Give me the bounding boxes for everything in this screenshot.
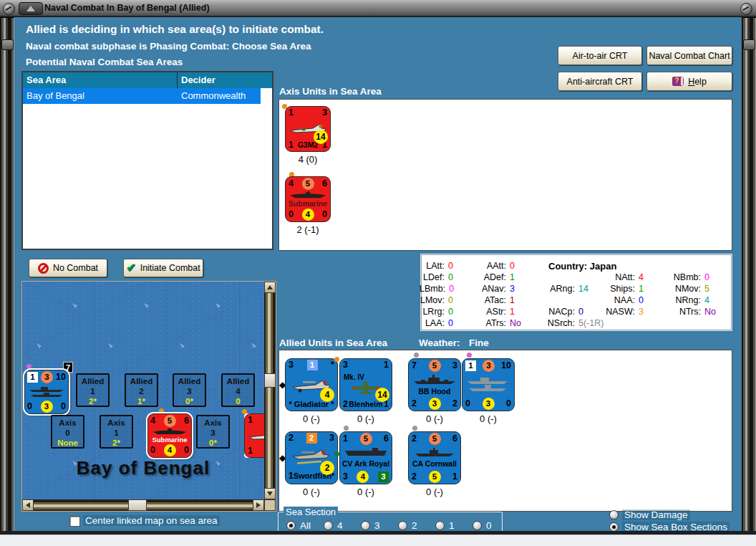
green-dot-marker bbox=[334, 451, 339, 456]
axis-units-heading: Axis Units in Sea Area bbox=[279, 86, 382, 97]
button-label: Air-to-air CRT bbox=[573, 51, 628, 61]
stat-atac: ATac:1 bbox=[475, 295, 547, 306]
sea-section-radio-1-label[interactable]: 1 bbox=[447, 520, 457, 531]
taskbar[interactable] bbox=[0, 535, 756, 546]
scrollbar-corner bbox=[264, 499, 276, 511]
naval-combat-chart-button[interactable]: Naval Combat Chart bbox=[646, 46, 732, 65]
unit-count-label: 0 (-) bbox=[339, 487, 392, 497]
unit-counter-swordfish[interactable]: 223 2 1Swordfish* bbox=[285, 431, 338, 484]
sea-section-radio-3-label[interactable]: 3 bbox=[372, 520, 382, 531]
map-vertical-scrollbar[interactable] bbox=[264, 282, 276, 499]
unit-counter-ca-cornwall[interactable]: 256 CA Cornwall 251 bbox=[408, 431, 461, 484]
stat-nbmb: NBmb:0 bbox=[664, 272, 742, 283]
sea-section-radio-4-label[interactable]: 4 bbox=[335, 520, 345, 531]
cruiser-art bbox=[412, 448, 457, 458]
no-combat-icon bbox=[38, 263, 49, 274]
initiate-combat-button[interactable]: ✔ Initiate Combat bbox=[123, 259, 203, 277]
sea-section-box-axis-3[interactable]: Axis30* bbox=[196, 415, 230, 449]
scroll-up-button[interactable] bbox=[264, 282, 276, 293]
center-map-checkbox[interactable] bbox=[69, 516, 80, 527]
grey-dot-marker bbox=[412, 426, 417, 431]
scroll-right-button[interactable] bbox=[253, 499, 264, 511]
sea-area-name: Bay of Bengal bbox=[22, 457, 264, 479]
frame-knob bbox=[1, 39, 14, 50]
orange-dot-marker bbox=[159, 408, 164, 413]
map-horizontal-scrollbar[interactable] bbox=[22, 499, 264, 511]
unit-count-label: 2 (-1) bbox=[279, 224, 336, 235]
screw-icon bbox=[740, 3, 752, 15]
vscroll-thumb[interactable] bbox=[264, 373, 276, 388]
show-damage-label[interactable]: Show Damage bbox=[622, 509, 690, 520]
window-left-frame bbox=[0, 17, 14, 535]
sea-section-box-allied-1[interactable]: Allied12* bbox=[76, 373, 110, 407]
country-label: Country: Japan bbox=[548, 261, 616, 272]
fleet-art bbox=[28, 385, 65, 398]
sea-section-radio-0-label[interactable]: 0 bbox=[484, 520, 494, 531]
title-bar[interactable]: Naval Combat In Bay of Bengal (Allied) bbox=[0, 0, 756, 17]
table-header-row: Sea Area Decider bbox=[23, 72, 272, 88]
sea-section-radio-2-label[interactable]: 2 bbox=[410, 520, 420, 531]
col-header-sea-area: Sea Area bbox=[23, 72, 178, 88]
cell-sea-area: Bay of Bengal bbox=[23, 88, 178, 104]
sea-section-box-axis-1[interactable]: Axis12* bbox=[100, 415, 133, 449]
sea-section-radio-3[interactable] bbox=[361, 521, 370, 530]
stat-aatt: AAtt:0 bbox=[475, 261, 547, 272]
application-window: Naval Combat In Bay of Bengal (Allied) A… bbox=[0, 0, 756, 546]
unit-counter-submarine[interactable]: 456 Submarine 040 bbox=[285, 176, 331, 222]
no-combat-button[interactable]: No Combat bbox=[29, 259, 107, 277]
battleship-art bbox=[412, 374, 457, 385]
sea-section-radio-all-label[interactable]: All bbox=[298, 520, 313, 531]
transport-ships-art bbox=[466, 376, 510, 393]
sea-section-box-allied-3[interactable]: Allied30* bbox=[173, 373, 206, 407]
unit-count-label: 4 (0) bbox=[279, 154, 336, 165]
stat-nrng: NRng:4 bbox=[664, 295, 742, 306]
button-label: Naval Combat Chart bbox=[649, 51, 730, 61]
axis-units-panel bbox=[278, 99, 732, 251]
sea-section-radio-1[interactable] bbox=[435, 521, 445, 530]
unit-count-label: 0 (-) bbox=[285, 413, 338, 424]
center-map-checkbox-label[interactable]: Center linked map on sea area bbox=[83, 515, 220, 526]
scroll-left-button[interactable] bbox=[22, 499, 34, 511]
unit-counter-g3m2[interactable]: 13 14 1G3M21 bbox=[285, 106, 331, 152]
help-button[interactable]: Help bbox=[646, 72, 732, 91]
anti-aircraft-crt-button[interactable]: Anti-aircraft CRT bbox=[558, 72, 642, 91]
air-to-air-crt-button[interactable]: Air-to-air CRT bbox=[558, 46, 642, 65]
unit-counter-convoy[interactable]: 1310 030 bbox=[462, 358, 515, 411]
show-damage-radio[interactable] bbox=[609, 510, 619, 519]
unit-count-label: 0 (-) bbox=[339, 413, 392, 424]
unit-count-label: 0 (-) bbox=[462, 413, 515, 424]
range-badge: 14 bbox=[375, 388, 389, 402]
table-row-bay-of-bengal[interactable]: Bay of Bengal Commonwealth bbox=[23, 88, 261, 104]
unit-counter-gladiator[interactable]: 31* 4 * Gladiator * bbox=[285, 358, 338, 411]
map-submarine-counter[interactable]: 456 Submarine 040 bbox=[147, 413, 192, 458]
unit-counter-blenheim[interactable]: 31 Mk. IV 14 2Blenheim1 bbox=[339, 358, 392, 411]
sea-section-radio-2[interactable] bbox=[398, 521, 407, 530]
button-label: Initiate Combat bbox=[140, 263, 200, 273]
sea-section-radio-0[interactable] bbox=[472, 521, 482, 530]
window-menu-icon[interactable] bbox=[19, 2, 43, 15]
sea-section-legend: Sea Section bbox=[284, 507, 338, 517]
check-icon: ✔ bbox=[126, 264, 135, 272]
screw-icon bbox=[3, 3, 15, 15]
hscroll-thumb[interactable] bbox=[128, 499, 147, 511]
stat-nsrch: NSrch:5(-1R) bbox=[531, 318, 616, 329]
sea-section-radio-4[interactable] bbox=[324, 521, 333, 530]
stat-ntrs: NTrs:No bbox=[664, 307, 742, 317]
unit-counter-cv-ark-royal[interactable]: 156 CV Ark Royal 343 bbox=[339, 431, 392, 484]
weather-label: Weather: bbox=[419, 337, 460, 348]
sea-section-box-allied-4[interactable]: Allied40 bbox=[221, 373, 255, 407]
unit-counter-bb-hood[interactable]: 753 BB Hood 232 bbox=[408, 358, 461, 411]
help-book-icon bbox=[672, 77, 684, 86]
sea-section-box-axis-0[interactable]: Axis0None bbox=[51, 415, 84, 449]
pink-dot-marker bbox=[467, 353, 472, 358]
range-badge: 2 bbox=[320, 461, 334, 475]
button-label: No Combat bbox=[53, 263, 98, 273]
map-fleet-counter[interactable]: 1310 030 bbox=[24, 370, 69, 414]
submarine-art bbox=[151, 428, 188, 435]
col-header-decider: Decider bbox=[178, 72, 272, 88]
allied-units-heading: Allied Units in Sea Area bbox=[279, 337, 387, 348]
unit-count-label: 0 (-) bbox=[285, 487, 338, 497]
scroll-down-button[interactable] bbox=[264, 488, 276, 499]
sea-section-box-allied-2[interactable]: Allied21* bbox=[125, 373, 158, 407]
sea-section-radio-all[interactable] bbox=[286, 521, 296, 530]
